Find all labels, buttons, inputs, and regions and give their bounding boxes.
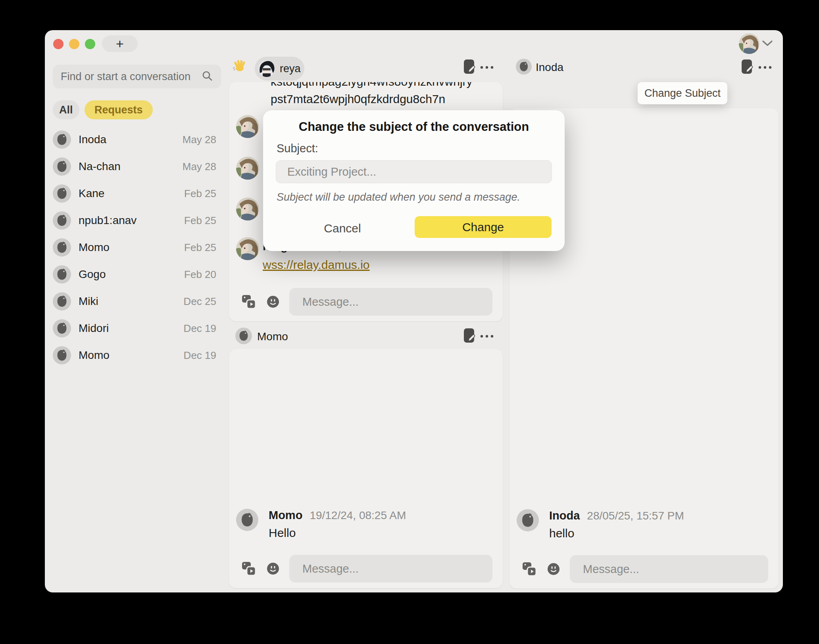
npub-text: pst7mta2t6wpjh0qfzkdrdgu8ch7n — [271, 92, 445, 106]
default-avatar — [53, 238, 71, 257]
search-input[interactable]: Find or start a conversation — [53, 65, 221, 88]
plus-icon: + — [116, 36, 124, 52]
dialog-title: Change the subject of the conversation — [263, 120, 565, 134]
chat-message: Momo 19/12/24, 08:25 AM Hello — [236, 509, 406, 540]
reya-title: reya — [280, 63, 301, 75]
conversation-name: Momo — [79, 241, 110, 254]
default-avatar — [53, 130, 71, 149]
zoom-button[interactable] — [85, 39, 95, 49]
conversation-list-item[interactable]: Momo Dec 19 — [53, 342, 221, 369]
minimize-button[interactable] — [69, 39, 79, 49]
message-avatar — [236, 509, 258, 531]
inoda-title[interactable]: Inoda — [536, 61, 563, 74]
message-timestamp: 19/12/24, 08:25 AM — [310, 509, 406, 522]
conversation-list-item[interactable]: Na-chan May 28 — [53, 153, 221, 180]
change-button-label: Change — [462, 220, 504, 234]
message-avatar — [236, 197, 259, 220]
reya-conversation-header[interactable]: reya — [255, 57, 304, 80]
default-avatar — [53, 265, 71, 284]
inoda-header-avatar — [516, 59, 532, 75]
default-avatar — [53, 211, 71, 230]
message-input[interactable]: Message... — [570, 555, 768, 583]
npub-text-clipped: kst8qjqtmpag2lygn4wfs8oyhzknvwnjry — [271, 82, 473, 88]
default-avatar — [53, 184, 71, 203]
search-icon — [201, 70, 213, 83]
wave-emoji-icon — [233, 59, 247, 73]
subject-input[interactable]: Exciting Project... — [276, 160, 552, 183]
message-text: Hello — [269, 526, 406, 540]
more-options-icon[interactable] — [757, 64, 773, 69]
filter-all-label: All — [59, 104, 73, 116]
chevron-down-icon[interactable] — [761, 40, 773, 48]
conversation-list: Inoda May 28 Na-chan May 28 — [53, 126, 221, 369]
emoji-picker-icon[interactable] — [267, 295, 279, 308]
conversation-date: May 28 — [183, 161, 221, 173]
conversation-date: Dec 19 — [184, 349, 221, 362]
conversation-date: Feb 25 — [184, 242, 221, 254]
message-input[interactable]: Message... — [289, 288, 492, 316]
message-author: Inoda — [549, 509, 580, 522]
emoji-picker-icon[interactable] — [267, 562, 279, 575]
default-avatar — [53, 157, 71, 176]
subject-label: Subject: — [277, 142, 318, 155]
conversation-date: May 28 — [183, 134, 221, 146]
traffic-lights — [53, 39, 95, 49]
cancel-button[interactable]: Cancel — [311, 220, 374, 237]
account-avatar[interactable] — [739, 33, 759, 54]
default-avatar — [53, 346, 71, 364]
filter-all[interactable]: All — [53, 100, 79, 119]
message-input-placeholder: Message... — [302, 562, 359, 575]
new-tab-button[interactable]: + — [102, 35, 138, 52]
change-button[interactable]: Change — [415, 216, 552, 238]
change-subject-icon[interactable] — [741, 59, 754, 75]
message-text: hello — [549, 527, 684, 540]
conversation-date: Feb 25 — [184, 188, 221, 200]
change-subject-icon[interactable] — [463, 59, 476, 75]
close-button[interactable] — [53, 39, 63, 49]
conversation-date: Feb 25 — [184, 215, 221, 227]
filter-requests[interactable]: Requests — [85, 100, 153, 119]
change-subject-dialog: Change the subject of the conversation S… — [263, 110, 565, 251]
conversation-list-item[interactable]: npub1:anav Feb 25 — [53, 207, 221, 234]
conversation-name: Momo — [79, 349, 110, 362]
media-attach-icon[interactable] — [241, 561, 257, 577]
message-input-placeholder: Message... — [302, 295, 359, 309]
message-avatar — [236, 157, 259, 180]
search-placeholder: Find or start a conversation — [61, 71, 201, 83]
momo-title[interactable]: Momo — [257, 330, 288, 343]
emoji-picker-icon[interactable] — [547, 563, 560, 575]
chat-message: Inoda 28/05/25, 15:57 PM hello — [517, 509, 684, 540]
change-subject-icon[interactable] — [463, 328, 476, 344]
more-options-icon[interactable] — [479, 333, 495, 338]
conversation-list-item[interactable]: Inoda May 28 — [53, 126, 221, 153]
media-attach-icon[interactable] — [522, 561, 538, 577]
subject-hint: Subject will be updated when you send a … — [277, 191, 520, 203]
conversation-list-item[interactable]: Momo Feb 25 — [53, 234, 221, 261]
more-options-icon[interactable] — [479, 64, 495, 69]
message-avatar — [236, 237, 259, 260]
tooltip-label: Change Subject — [644, 87, 721, 100]
conversation-list-item[interactable]: Miki Dec 25 — [53, 288, 221, 315]
relay-link[interactable]: wss://relay.damus.io — [263, 258, 370, 272]
momo-header-avatar — [235, 328, 252, 344]
media-attach-icon[interactable] — [241, 294, 257, 310]
conversation-list-item[interactable]: Gogo Feb 20 — [53, 261, 221, 288]
conversation-list-item[interactable]: Kane Feb 25 — [53, 180, 221, 207]
conversation-list-item[interactable]: Midori Dec 19 — [53, 315, 221, 342]
conversation-name: Kane — [79, 187, 104, 200]
conversation-name: Miki — [79, 295, 98, 308]
subject-input-placeholder: Exciting Project... — [287, 165, 376, 178]
conversation-name: Na-chan — [79, 160, 121, 173]
conversation-date: Feb 20 — [184, 268, 221, 281]
conversation-date: Dec 19 — [184, 322, 221, 335]
momo-message-area: Momo 19/12/24, 08:25 AM Hello Message... — [229, 349, 503, 588]
conversation-name: Gogo — [79, 268, 106, 281]
message-timestamp: 28/05/25, 15:57 PM — [587, 510, 684, 522]
message-input[interactable]: Message... — [289, 555, 492, 583]
message-avatar — [236, 115, 259, 138]
message-input-placeholder: Message... — [583, 563, 639, 576]
reya-avatar — [258, 60, 275, 77]
conversation-name: npub1:anav — [79, 214, 136, 227]
inoda-input-row: Message... — [522, 555, 768, 583]
desktop-background: + Find or start a conversation — [0, 0, 819, 644]
